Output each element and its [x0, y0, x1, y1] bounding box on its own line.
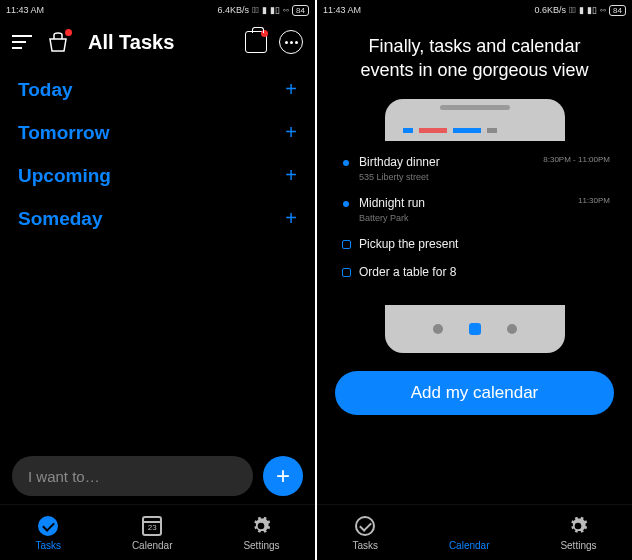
status-bar: 11:43 AM 0.6KB/s ✕⃠ ▮ ▮▯ ◦◦ 84	[317, 0, 632, 20]
event-list: Birthday dinner 535 Liberty street 8:30P…	[335, 141, 614, 301]
add-calendar-button[interactable]: Add my calendar	[335, 371, 614, 415]
tab-bar: Tasks 23 Calendar Settings	[317, 504, 632, 560]
gear-icon	[567, 515, 589, 537]
check-icon	[38, 516, 58, 536]
task-checkbox-icon	[342, 240, 351, 249]
status-time: 11:43 AM	[323, 5, 361, 15]
add-icon[interactable]: +	[285, 78, 297, 101]
calendar-icon: 23	[142, 516, 162, 536]
basket-icon[interactable]	[46, 31, 70, 53]
tab-calendar[interactable]: 23 Calendar	[132, 515, 173, 551]
inbox-icon[interactable]	[245, 31, 267, 53]
tab-settings[interactable]: Settings	[243, 515, 279, 551]
list-item: Birthday dinner 535 Liberty street 8:30P…	[339, 155, 610, 182]
section-someday[interactable]: Someday +	[18, 207, 297, 230]
signal-icon: ▮▯	[270, 5, 280, 15]
event-dot-icon	[343, 160, 349, 166]
task-checkbox-icon	[342, 268, 351, 277]
header: All Tasks	[0, 20, 315, 64]
no-sound-icon: ✕⃠	[252, 5, 259, 15]
sim-icon: ▮	[579, 5, 584, 15]
tab-tasks[interactable]: Tasks	[352, 515, 378, 551]
wifi-icon: ◦◦	[283, 5, 289, 15]
status-time: 11:43 AM	[6, 5, 44, 15]
sim-icon: ▮	[262, 5, 267, 15]
tab-bar: Tasks 23 Calendar Settings	[0, 504, 315, 560]
device-preview-bottom	[385, 305, 565, 353]
promo-content: Finally, tasks and calendar events in on…	[317, 20, 632, 504]
menu-icon[interactable]	[12, 35, 34, 49]
battery-icon: 84	[609, 5, 626, 16]
wifi-icon: ◦◦	[600, 5, 606, 15]
tab-settings[interactable]: Settings	[560, 515, 596, 551]
gear-icon	[250, 515, 272, 537]
status-net: 0.6KB/s	[535, 5, 567, 15]
calendar-icon: 23	[459, 516, 479, 536]
quick-add-input[interactable]: I want to…	[12, 456, 253, 496]
status-bar: 11:43 AM 6.4KB/s ✕⃠ ▮ ▮▯ ◦◦ 84	[0, 0, 315, 20]
tab-calendar[interactable]: 23 Calendar	[449, 515, 490, 551]
notification-dot	[261, 30, 268, 37]
signal-icon: ▮▯	[587, 5, 597, 15]
more-icon[interactable]	[279, 30, 303, 54]
section-today[interactable]: Today +	[18, 78, 297, 101]
list-item: Midnight run Battery Park 11:30PM	[339, 196, 610, 223]
check-icon	[355, 516, 375, 536]
notification-dot	[65, 29, 72, 36]
no-sound-icon: ✕⃠	[569, 5, 576, 15]
add-icon[interactable]: +	[285, 121, 297, 144]
sections-list: Today + Tomorrow + Upcoming + Someday +	[0, 64, 315, 456]
add-icon[interactable]: +	[285, 207, 297, 230]
status-net: 6.4KB/s	[218, 5, 250, 15]
list-item: Order a table for 8	[339, 265, 610, 279]
tab-tasks[interactable]: Tasks	[35, 515, 61, 551]
screen-calendar-promo: 11:43 AM 0.6KB/s ✕⃠ ▮ ▮▯ ◦◦ 84 Finally, …	[317, 0, 632, 560]
device-preview-top	[385, 99, 565, 141]
battery-icon: 84	[292, 5, 309, 16]
screen-all-tasks: 11:43 AM 6.4KB/s ✕⃠ ▮ ▮▯ ◦◦ 84 All Tasks…	[0, 0, 315, 560]
add-icon[interactable]: +	[285, 164, 297, 187]
section-tomorrow[interactable]: Tomorrow +	[18, 121, 297, 144]
list-item: Pickup the present	[339, 237, 610, 251]
page-title[interactable]: All Tasks	[88, 31, 174, 54]
add-task-button[interactable]: +	[263, 456, 303, 496]
promo-headline: Finally, tasks and calendar events in on…	[335, 34, 614, 83]
quick-add-row: I want to… +	[0, 456, 315, 504]
event-dot-icon	[343, 201, 349, 207]
section-upcoming[interactable]: Upcoming +	[18, 164, 297, 187]
